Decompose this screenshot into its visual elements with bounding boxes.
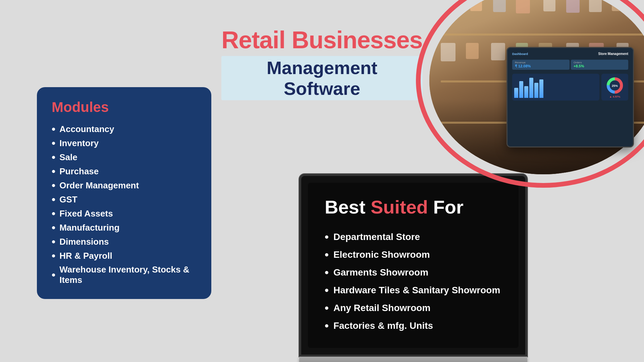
list-item: Dimensions [52,235,197,249]
list-item: HR & Payroll [52,249,197,263]
list-item: Hardware Tiles & Sanitary Showroom [325,281,502,299]
tablet-store-label: Store Management [598,52,628,56]
main-title: Retail Businesses [221,27,423,53]
list-item: Departmental Store [325,228,502,246]
svg-text:25%: 25% [612,84,618,87]
list-item: Inventory [52,136,197,150]
list-item: Sale [52,150,197,164]
list-item: Factories & mfg. Units [325,317,502,335]
for-text: For [428,196,464,218]
list-item: Warehouse Inventory, Stocks & Items [52,263,197,287]
title-area: Retail Businesses Management Software [221,27,423,100]
modules-heading: Modules [52,99,197,115]
tablet-device: Dashboard Store Management Revenue ₹ 12.… [506,47,634,147]
list-item: Garments Showroom [325,263,502,281]
list-item: Order Management [52,178,197,192]
tablet-dashboard-label: Dashboard [512,52,528,56]
tablet-screen: Dashboard Store Management Revenue ₹ 12.… [507,48,633,146]
laptop-screen-wrapper: Best Suited For Departmental Store Elect… [299,174,527,357]
laptop-base [299,357,527,362]
list-item: Accountancy [52,122,197,136]
laptop-screen: Best Suited For Departmental Store Elect… [308,183,519,348]
list-item: Electronic Showroom [325,246,502,263]
list-item: Purchase [52,164,197,178]
list-item: Manufacturing [52,221,197,235]
list-item: Fixed Assets [52,206,197,221]
modules-box: Modules Accountancy Inventory Sale Purch… [37,87,211,299]
suited-list: Departmental Store Electronic Showroom G… [325,228,502,335]
laptop-container: Best Suited For Departmental Store Elect… [299,174,527,362]
best-suited-title: Best Suited For [325,196,502,218]
best-text: Best [325,196,371,218]
list-item: Any Retail Showroom [325,299,502,317]
list-item: GST [52,192,197,206]
modules-list: Accountancy Inventory Sale Purchase Orde… [52,122,197,287]
suited-text: Suited [371,196,428,218]
subtitle: Management Software [221,56,423,100]
